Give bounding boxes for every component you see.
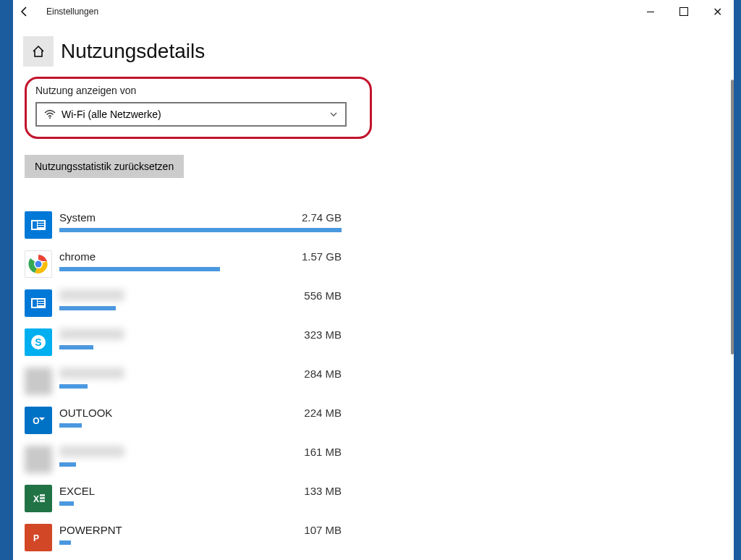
app-body: EXCEL133 MB <box>59 485 342 506</box>
app-amount: 323 MB <box>284 328 342 341</box>
usage-bar <box>59 267 342 271</box>
system-icon <box>25 289 52 317</box>
network-dropdown[interactable]: Wi-Fi (alle Netzwerke) <box>35 102 347 127</box>
usage-bar-fill <box>59 228 342 232</box>
app-head: 284 MB <box>59 368 342 380</box>
app-body: 556 MB <box>59 289 342 310</box>
app-head: chrome1.57 GB <box>59 250 342 263</box>
app-row[interactable]: S323 MB <box>25 323 722 362</box>
svg-rect-20 <box>40 494 45 496</box>
blur-icon <box>25 368 52 395</box>
app-head: 556 MB <box>59 289 342 302</box>
close-button[interactable]: ✕ <box>700 0 734 23</box>
app-row[interactable]: OOUTLOOK224 MB <box>25 401 722 440</box>
svg-rect-22 <box>40 500 45 502</box>
chrome-icon <box>25 250 52 278</box>
app-body: POWERPNT107 MB <box>59 524 342 545</box>
usage-bar <box>59 462 342 467</box>
svg-point-8 <box>35 261 42 268</box>
app-row[interactable]: 284 MB <box>25 362 722 401</box>
reset-stats-button[interactable]: Nutzungsstatistik zurücksetzen <box>25 155 184 178</box>
usage-bar <box>59 306 342 310</box>
app-usage-list: System2.74 GBchrome1.57 GB556 MBS323 MB2… <box>25 205 722 557</box>
app-amount: 161 MB <box>284 446 342 458</box>
usage-bar <box>59 501 342 506</box>
svg-text:X: X <box>33 494 39 504</box>
svg-rect-11 <box>38 300 44 301</box>
app-amount: 1.57 GB <box>284 250 342 263</box>
dropdown-value: Wi-Fi (alle Netzwerke) <box>62 109 161 120</box>
svg-rect-10 <box>33 300 37 307</box>
skype-icon: S <box>25 328 52 356</box>
usage-bar-fill <box>59 501 74 506</box>
app-row[interactable]: chrome1.57 GB <box>25 245 722 284</box>
app-body: 323 MB <box>59 328 342 349</box>
usage-bar <box>59 345 342 349</box>
page-title: Nutzungsdetails <box>61 40 205 63</box>
wifi-icon <box>44 109 56 119</box>
home-icon <box>31 44 46 59</box>
svg-rect-2 <box>33 221 37 229</box>
svg-text:O: O <box>33 416 39 426</box>
app-name: OUTLOOK <box>59 407 112 419</box>
app-row[interactable]: System2.74 GB <box>25 205 722 245</box>
svg-text:S: S <box>35 336 41 348</box>
app-head: 323 MB <box>59 328 342 341</box>
app-body: OUTLOOK224 MB <box>59 407 342 428</box>
settings-window: Einstellungen ✕ Nutzungsdetails Nutzung … <box>13 0 734 560</box>
usage-bar-fill <box>59 540 71 545</box>
app-head: 161 MB <box>59 446 342 458</box>
app-head: OUTLOOK224 MB <box>59 407 342 419</box>
usage-bar <box>59 423 342 428</box>
app-body: System2.74 GB <box>59 211 342 232</box>
app-head: System2.74 GB <box>59 211 342 224</box>
app-amount: 133 MB <box>284 485 342 497</box>
back-button[interactable] <box>19 6 41 17</box>
app-name <box>59 289 124 301</box>
chevron-down-icon <box>329 110 338 119</box>
app-head: EXCEL133 MB <box>59 485 342 497</box>
app-head: POWERPNT107 MB <box>59 524 342 536</box>
svg-rect-4 <box>38 224 44 225</box>
minimize-button[interactable] <box>634 0 667 23</box>
app-name: EXCEL <box>59 485 95 497</box>
svg-rect-12 <box>38 302 44 303</box>
home-button[interactable] <box>23 36 54 67</box>
svg-text:P: P <box>33 533 39 543</box>
excel-icon: X <box>25 485 52 512</box>
usage-bar-fill <box>59 384 88 389</box>
usage-bar-fill <box>59 306 116 310</box>
app-name <box>59 328 124 340</box>
app-name <box>59 368 124 379</box>
window-controls: ✕ <box>634 0 734 23</box>
app-amount: 556 MB <box>284 289 342 302</box>
app-row[interactable]: PPOWERPNT107 MB <box>25 518 722 557</box>
titlebar: Einstellungen ✕ <box>13 0 734 23</box>
highlight-annotation: Nutzung anzeigen von Wi-Fi (alle Netzwer… <box>25 77 372 139</box>
scrollbar[interactable] <box>731 80 734 355</box>
powerpnt-icon: P <box>25 524 52 551</box>
blur-icon <box>25 446 52 473</box>
app-body: 284 MB <box>59 368 342 389</box>
app-name: System <box>59 211 96 224</box>
page-header: Nutzungsdetails <box>13 23 734 74</box>
app-amount: 107 MB <box>284 524 342 536</box>
app-name: chrome <box>59 250 96 263</box>
app-row[interactable]: 556 MB <box>25 284 722 323</box>
content-area: Nutzung anzeigen von Wi-Fi (alle Netzwer… <box>13 74 734 560</box>
svg-point-0 <box>49 117 51 119</box>
dropdown-label: Nutzung anzeigen von <box>35 85 361 96</box>
usage-bar-fill <box>59 267 220 271</box>
app-row[interactable]: XEXCEL133 MB <box>25 479 722 518</box>
usage-bar-fill <box>59 423 82 428</box>
svg-rect-13 <box>38 304 44 305</box>
app-row[interactable]: 161 MB <box>25 440 722 479</box>
app-amount: 284 MB <box>284 368 342 380</box>
app-body: 161 MB <box>59 446 342 467</box>
maximize-button[interactable] <box>667 0 700 23</box>
usage-bar-fill <box>59 462 76 467</box>
usage-bar-fill <box>59 345 93 349</box>
svg-rect-21 <box>40 497 45 499</box>
usage-bar <box>59 228 342 232</box>
usage-bar <box>59 540 342 545</box>
